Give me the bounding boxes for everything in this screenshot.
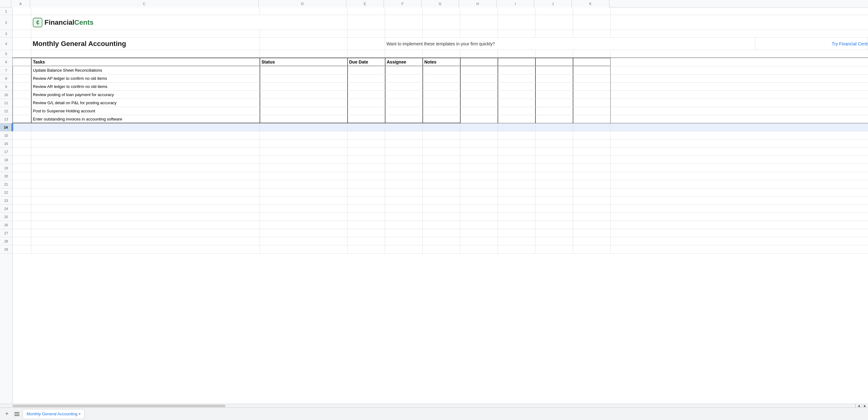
- cell-9i[interactable]: [498, 83, 535, 91]
- row-num-11[interactable]: 11: [0, 99, 12, 107]
- cell-24g[interactable]: [423, 205, 460, 213]
- cell-16i[interactable]: [498, 139, 535, 148]
- cell-28c[interactable]: [31, 237, 260, 245]
- cell-23f[interactable]: [385, 197, 423, 204]
- cell-21h[interactable]: [460, 180, 498, 188]
- cell-25d[interactable]: [260, 213, 348, 221]
- cell-25i[interactable]: [498, 213, 535, 221]
- cell-26k[interactable]: [573, 221, 611, 229]
- cell-20k[interactable]: [573, 172, 611, 180]
- cell-6c-tasks-header[interactable]: Tasks: [31, 58, 260, 66]
- cell-9b[interactable]: [12, 83, 31, 91]
- row-num-22[interactable]: 22: [0, 188, 12, 197]
- scroll-right-arrow[interactable]: ▶: [862, 404, 868, 408]
- cell-16h[interactable]: [460, 139, 498, 148]
- cell-11k[interactable]: [573, 99, 611, 107]
- cell-12k[interactable]: [573, 107, 611, 115]
- cell-26f[interactable]: [385, 221, 423, 229]
- cell-14c[interactable]: [31, 123, 260, 131]
- cell-11f[interactable]: [385, 99, 423, 107]
- add-sheet-button[interactable]: +: [2, 410, 11, 418]
- cell-27j[interactable]: [535, 229, 573, 237]
- cell-9j[interactable]: [535, 83, 573, 91]
- cell-29g[interactable]: [423, 246, 460, 253]
- cell-14d[interactable]: [260, 123, 348, 131]
- cell-5d[interactable]: [260, 50, 348, 57]
- cell-8e[interactable]: [348, 74, 385, 82]
- cell-26i[interactable]: [498, 221, 535, 229]
- cell-20g[interactable]: [423, 172, 460, 180]
- cell-7i[interactable]: [498, 66, 535, 74]
- cell-7f[interactable]: [385, 66, 423, 74]
- row-num-20[interactable]: 20: [0, 172, 12, 180]
- cell-1k[interactable]: [573, 7, 611, 15]
- tab-dropdown-icon[interactable]: ▾: [79, 412, 81, 416]
- row-num-15[interactable]: 15: [0, 131, 12, 139]
- cell-13h[interactable]: [460, 115, 498, 123]
- cell-5f[interactable]: [385, 50, 423, 57]
- cell-15i[interactable]: [498, 131, 535, 139]
- cta-link[interactable]: Try Financial Cents For FR: [832, 41, 868, 46]
- row-num-12[interactable]: 12: [0, 107, 12, 115]
- cell-20h[interactable]: [460, 172, 498, 180]
- cell-9k[interactable]: [573, 83, 611, 91]
- cell-10f[interactable]: [385, 91, 423, 99]
- cell-5j[interactable]: [535, 50, 573, 57]
- cell-7b[interactable]: [12, 66, 31, 74]
- cell-13j[interactable]: [535, 115, 573, 123]
- cell-29h[interactable]: [460, 246, 498, 253]
- cell-7c-task[interactable]: Update Balance Sheet Reconciliations: [31, 66, 260, 74]
- cell-24c[interactable]: [31, 205, 260, 213]
- cell-1j[interactable]: [535, 7, 573, 15]
- cell-6b[interactable]: [12, 58, 31, 66]
- cell-6d-status-header[interactable]: Status: [260, 58, 348, 66]
- row-num-5[interactable]: 5: [0, 50, 12, 58]
- col-header-b[interactable]: A: [11, 0, 30, 7]
- row-num-6[interactable]: 6: [0, 58, 12, 66]
- cell-5c[interactable]: [31, 50, 260, 57]
- cell-4k-cta[interactable]: Try Financial Cents For FR: [830, 38, 868, 50]
- cell-19g[interactable]: [423, 164, 460, 172]
- cell-19b[interactable]: [12, 164, 31, 172]
- cell-12c-task[interactable]: Post to Suspense Holding account: [31, 107, 260, 115]
- cell-16g[interactable]: [423, 139, 460, 148]
- cell-13b[interactable]: [12, 115, 31, 123]
- cell-5i[interactable]: [498, 50, 535, 57]
- cell-11g[interactable]: [423, 99, 460, 107]
- cell-29c[interactable]: [31, 246, 260, 253]
- cell-20b[interactable]: [12, 172, 31, 180]
- cell-14h[interactable]: [460, 123, 498, 131]
- cell-5e[interactable]: [348, 50, 385, 57]
- col-header-e[interactable]: E: [346, 0, 384, 7]
- cell-16b[interactable]: [12, 139, 31, 148]
- cell-5h[interactable]: [460, 50, 498, 57]
- cell-7k[interactable]: [573, 66, 611, 74]
- cell-4h[interactable]: [718, 38, 755, 50]
- cell-14j[interactable]: [535, 123, 573, 131]
- cell-17g[interactable]: [423, 148, 460, 156]
- cell-22j[interactable]: [535, 188, 573, 196]
- cell-28j[interactable]: [535, 237, 573, 245]
- cell-16c[interactable]: [31, 139, 260, 148]
- cell-19e[interactable]: [348, 164, 385, 172]
- cell-4c-title[interactable]: Monthly General Accounting: [31, 38, 260, 50]
- cell-6k[interactable]: [573, 58, 611, 66]
- cell-21b[interactable]: [12, 180, 31, 188]
- cell-9c-task[interactable]: Review AR ledger to confirm no old items: [31, 83, 260, 91]
- cell-2j[interactable]: [535, 15, 573, 30]
- cell-11j[interactable]: [535, 99, 573, 107]
- cell-21f[interactable]: [385, 180, 423, 188]
- cell-28g[interactable]: [423, 237, 460, 245]
- cell-11d[interactable]: [260, 99, 348, 107]
- cell-9e[interactable]: [348, 83, 385, 91]
- cell-8h[interactable]: [460, 74, 498, 82]
- cell-12i[interactable]: [498, 107, 535, 115]
- cell-1i[interactable]: [498, 7, 535, 15]
- cell-3j[interactable]: [535, 30, 573, 37]
- row-num-25[interactable]: 25: [0, 213, 12, 221]
- cell-18i[interactable]: [498, 156, 535, 164]
- cell-20d[interactable]: [260, 172, 348, 180]
- cell-25h[interactable]: [460, 213, 498, 221]
- row-num-27[interactable]: 27: [0, 229, 12, 237]
- cell-23e[interactable]: [348, 197, 385, 204]
